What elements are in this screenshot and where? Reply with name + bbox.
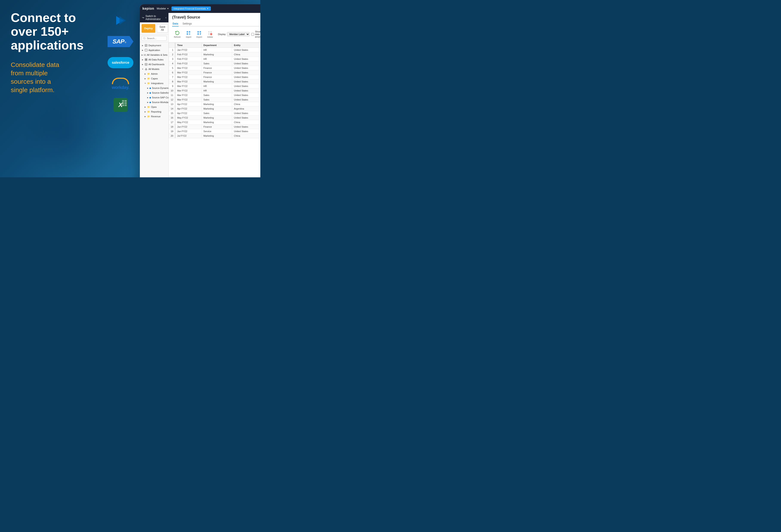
table-row[interactable]: 16May FY22MarketingUnited States xyxy=(169,116,260,120)
chevron-opex: ▶ xyxy=(144,106,146,108)
table-row[interactable]: 5Mar FY22FinanceUnited States xyxy=(169,66,260,70)
cell-col-3: United States xyxy=(232,75,260,79)
save-all-button[interactable]: Save All xyxy=(157,24,168,33)
nav-item-capex[interactable]: ▶ 📁 Capex xyxy=(140,76,168,81)
tab-settings[interactable]: Settings xyxy=(182,21,192,27)
excel-logo: X xyxy=(108,97,133,112)
cell-col-2: Finance xyxy=(202,66,232,70)
table-row[interactable]: 10Mar FY22HRUnited States xyxy=(169,88,260,93)
cell-col-3: United States xyxy=(232,48,260,52)
nav-item-reporting[interactable]: ▶ 📁 Reporting xyxy=(140,109,168,114)
table-row[interactable]: 20Jul FY22MarketingChina xyxy=(169,134,260,138)
modeler-chevron: ▼ xyxy=(167,7,169,10)
tab-data[interactable]: Data xyxy=(172,21,178,27)
main-content: (Travel) Source Data Settings xyxy=(169,13,260,177)
icon-data-rules xyxy=(145,58,148,61)
deploy-button[interactable]: Deploy xyxy=(141,24,155,33)
cell-col-1: Mar FY22 xyxy=(175,70,202,75)
delete-button[interactable]: Delete xyxy=(205,30,214,39)
table-row[interactable]: 9Mar FY22HRUnited States xyxy=(169,84,260,88)
table-row[interactable]: 17May FY22MarketingChina xyxy=(169,120,260,125)
cell-col-3: United States xyxy=(232,111,260,116)
cell-col-1: May FY22 xyxy=(175,116,202,120)
table-row[interactable]: 2Feb FY22MarketingChina xyxy=(169,52,260,57)
nav-item-models[interactable]: ▼ All Models xyxy=(140,67,168,72)
show-errors-label: Show data errors xyxy=(255,30,260,38)
nav-item-application[interactable]: ▶ Application xyxy=(140,48,168,52)
ife-chevron: ▼ xyxy=(207,7,209,10)
table-row[interactable]: 15Apr FY22SalesUnited States xyxy=(169,111,260,116)
svg-rect-19 xyxy=(200,31,201,33)
table-row[interactable]: 1Jan FY22HRUnited States xyxy=(169,48,260,52)
cell-col-3: United States xyxy=(232,66,260,70)
nav-item-admin[interactable]: ▶ 📁 Admin xyxy=(140,72,168,76)
sap-text: SAP xyxy=(113,38,124,45)
cell-col-2: Marketing xyxy=(202,134,232,138)
cell-col-3: United States xyxy=(232,125,260,129)
modeler-dropdown[interactable]: Modeler ▼ xyxy=(157,7,169,10)
table-row[interactable]: 6Mar FY22FinanceUnited States xyxy=(169,70,260,75)
cell-col-3: China xyxy=(232,134,260,138)
sidebar: ↪ Switch to Administrator ‹ Deploy Save … xyxy=(140,13,169,177)
export-button[interactable]: Export xyxy=(195,30,204,39)
table-row[interactable]: 7Mar FY22FinanceUnited States xyxy=(169,75,260,79)
col-header-entity: Entity xyxy=(232,43,260,48)
table-row[interactable]: 11Mar FY22SalesUnited States xyxy=(169,93,260,97)
sidebar-search-input[interactable] xyxy=(141,36,167,41)
main-title: (Travel) Source xyxy=(172,15,260,19)
table-row[interactable]: 14Apr FY22MarketingArgentina xyxy=(169,107,260,111)
display-select[interactable]: Member Label xyxy=(227,32,250,36)
table-row[interactable]: 19Jun FY22ServiceUnited States xyxy=(169,129,260,134)
refresh-button[interactable]: Refresh xyxy=(172,30,182,39)
cell-col-2: HR xyxy=(202,88,232,93)
cell-col-1: Mar FY22 xyxy=(175,66,202,70)
chevron-application: ▶ xyxy=(141,49,144,51)
nav-label-capex: Capex xyxy=(151,77,158,80)
cell-col-3: United States xyxy=(232,62,260,66)
cell-col-3: United States xyxy=(232,79,260,84)
nav-item-source-workday[interactable]: ▶ ◆ Source-Workday HR xyxy=(140,100,168,105)
import-icon xyxy=(186,30,191,36)
cell-col-3: China xyxy=(232,102,260,107)
table-row[interactable]: 13Apr FY22MarketingChina xyxy=(169,102,260,107)
icon-capex: 📁 xyxy=(147,77,150,80)
nav-item-revenue[interactable]: ▶ 📁 Revenue xyxy=(140,114,168,119)
nav-item-opex[interactable]: ▶ 📁 Opex xyxy=(140,105,168,109)
cell-row-num: 13 xyxy=(169,102,175,107)
cell-col-3: United States xyxy=(232,88,260,93)
nav-item-source-sap[interactable]: ▶ ◆ Source-SAP Concur xyxy=(140,95,168,100)
cell-col-2: Sales xyxy=(202,93,232,97)
table-row[interactable]: 12Mar FY22SalesUnited States xyxy=(169,97,260,102)
nav-item-variables[interactable]: ▶ (x) All Variables & Sets xyxy=(140,52,168,57)
cell-row-num: 17 xyxy=(169,120,175,125)
app-screenshot: kepion Modeler ▼ Integrated Financial Es… xyxy=(140,4,260,177)
cell-col-3: China xyxy=(232,52,260,57)
cell-row-num: 12 xyxy=(169,97,175,102)
cell-col-3: United States xyxy=(232,84,260,88)
svg-rect-20 xyxy=(198,33,199,35)
nav-item-dashboards[interactable]: ▶ All Dashboards xyxy=(140,62,168,67)
cell-col-2: Finance xyxy=(202,75,232,79)
table-row[interactable]: 3Feb FY22HRUnited States xyxy=(169,57,260,62)
cell-col-2: HR xyxy=(202,84,232,88)
table-row[interactable]: 18Jun FY22FinanceUnited States xyxy=(169,125,260,129)
nav-item-data-rules[interactable]: ▶ All Data Rules xyxy=(140,57,168,62)
table-row[interactable]: 8Mar FY22MarketingUnited States xyxy=(169,79,260,84)
cell-col-1: Mar FY22 xyxy=(175,88,202,93)
cell-col-1: Apr FY22 xyxy=(175,102,202,107)
nav-item-source-dynamics[interactable]: ▶ ◆ Source-Dynamics 365 xyxy=(140,86,168,90)
ife-dropdown[interactable]: Integrated Financial Essentials ▼ xyxy=(171,6,211,11)
import-button[interactable]: Import xyxy=(184,30,193,39)
nav-item-integrations[interactable]: ▼ 📁 Integrations xyxy=(140,81,168,86)
table-row[interactable]: 4Feb FY22SalesUnited States xyxy=(169,62,260,66)
nav-item-source-salesforce[interactable]: ▶ ◆ Source-Salesforce CRM xyxy=(140,90,168,95)
switch-to-admin[interactable]: ↪ Switch to Administrator xyxy=(142,15,165,21)
collapse-icon[interactable]: ‹ xyxy=(165,16,166,19)
svg-rect-7 xyxy=(145,58,146,59)
chevron-models: ▼ xyxy=(141,68,144,70)
nav-label-source-salesforce: Source-Salesforce CRM xyxy=(152,91,168,94)
nav-item-deployment[interactable]: ▶ Deployment xyxy=(140,43,168,48)
cell-col-1: Feb FY22 xyxy=(175,57,202,62)
show-errors-checkbox[interactable] xyxy=(251,33,254,36)
icon-dashboards xyxy=(145,63,148,66)
